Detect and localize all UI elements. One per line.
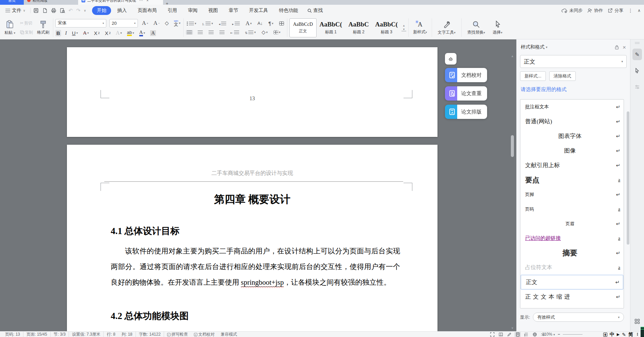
distribute-button[interactable]: ⇤: [229, 29, 240, 35]
document-page-13[interactable]: 13: [67, 47, 437, 137]
tab-document[interactable]: W 二手车交易平台的设计与实现 ⋯ ×: [78, 0, 163, 5]
style-item[interactable]: 普通(网站)↵: [520, 114, 624, 129]
char-shading-button[interactable]: A: [149, 30, 157, 36]
scrollbar-thumb[interactable]: [511, 135, 514, 157]
tab-more-icon[interactable]: ⋯: [139, 0, 143, 3]
sort-button[interactable]: A↓: [256, 20, 264, 26]
ribbon-tab-devtools[interactable]: 开发工具: [244, 6, 273, 15]
assistant-collapse-button[interactable]: [445, 53, 457, 65]
collaborate-button[interactable]: 协作: [587, 7, 603, 14]
style-item[interactable]: 图表字体↵: [520, 129, 624, 143]
zoom-out-button[interactable]: −: [558, 332, 560, 337]
align-left-button[interactable]: [186, 30, 193, 35]
tab-docer[interactable]: 稻壳阅读: [24, 0, 78, 5]
file-menu-button[interactable]: 文件 ∨: [3, 7, 28, 14]
document-area[interactable]: 13 二手车商城交易平台的设计与实现 第四章 概要设计 4.1 总体设计目标 该…: [0, 39, 516, 331]
edit-pen-button[interactable]: ✎: [632, 49, 642, 60]
print-button[interactable]: [51, 8, 56, 13]
style-item[interactable]: 页码a: [520, 202, 624, 216]
style-item[interactable]: 正文文本缩进↵: [520, 289, 624, 304]
fullscreen-view-icon[interactable]: [489, 332, 495, 337]
ribbon-tab-references[interactable]: 引用: [163, 6, 182, 15]
font-size-combo[interactable]: 20▾: [109, 19, 138, 28]
highlight-color-button[interactable]: ab▾: [126, 30, 135, 36]
font-name-combo[interactable]: 宋体▾: [55, 19, 106, 28]
style-item[interactable]: 文献引用上标↵: [520, 158, 624, 173]
gallery-more-icon[interactable]: ▼: [401, 28, 406, 31]
close-icon[interactable]: ×: [623, 45, 626, 50]
workspace-grid-button[interactable]: [634, 319, 640, 325]
document-scrollbar[interactable]: ▲ ▼: [510, 39, 515, 331]
justify-button[interactable]: [218, 30, 226, 35]
find-replace-button[interactable]: 查找替换▾: [464, 18, 489, 38]
zoom-level[interactable]: 110% ▾: [542, 332, 555, 337]
decrease-font-button[interactable]: A−: [153, 20, 161, 26]
bold-button[interactable]: B: [55, 30, 61, 36]
zoom-slider[interactable]: [563, 334, 583, 335]
style-item[interactable]: 要点a: [520, 173, 624, 187]
ime-more-icon[interactable]: ⋮: [636, 332, 639, 337]
paper-plagiarism-button[interactable]: 论文查重: [445, 86, 487, 101]
style-item[interactable]: 页脚↵: [520, 187, 624, 202]
new-style-button[interactable]: ✳A 新样式▾: [411, 18, 430, 38]
style-heading1[interactable]: AaBbC( 标题 1: [317, 18, 344, 37]
print-preview-button[interactable]: [60, 8, 65, 13]
scroll-up-icon[interactable]: ▲: [511, 54, 514, 58]
scroll-down-icon[interactable]: ▼: [511, 326, 514, 330]
borders-button[interactable]: ▾: [272, 30, 282, 35]
share-button[interactable]: 分享: [608, 7, 623, 14]
style-item[interactable]: 图像↵: [520, 143, 624, 158]
style-item[interactable]: 已访问的超链接a: [520, 231, 624, 246]
align-center-button[interactable]: [197, 30, 204, 35]
status-word-count[interactable]: 字数: 14122: [136, 332, 164, 337]
style-item[interactable]: 占位符文本a: [520, 260, 624, 275]
decrease-indent-button[interactable]: ◂: [218, 20, 228, 26]
sync-status-button[interactable]: 未同步: [561, 7, 583, 14]
bullet-list-button[interactable]: ▾: [186, 21, 197, 26]
status-setting[interactable]: 设置值: 7.3厘米: [69, 332, 104, 337]
tab-home[interactable]: 首页: [0, 0, 24, 5]
style-heading3[interactable]: AaBbC( 标题 3: [373, 18, 400, 37]
numbered-list-button[interactable]: 1.▾: [201, 20, 214, 26]
pin-lock-icon[interactable]: [614, 45, 619, 50]
insert-table-button[interactable]: [278, 21, 285, 26]
ime-pen-icon[interactable]: ✎: [622, 332, 626, 337]
more-menu-icon[interactable]: ⋮: [628, 8, 633, 13]
page-view-icon[interactable]: [515, 332, 521, 337]
style-item[interactable]: 摘要↵: [520, 246, 624, 260]
italic-button[interactable]: I: [64, 30, 68, 36]
outline-view-icon[interactable]: [523, 332, 529, 337]
read-mode-icon[interactable]: [498, 332, 504, 337]
style-item[interactable]: 批注框文本↵: [520, 100, 624, 114]
style-list-scrollbar[interactable]: [627, 111, 629, 245]
ribbon-tab-special[interactable]: 特色功能: [274, 6, 303, 15]
underline-button[interactable]: U▾: [71, 30, 79, 36]
web-view-icon[interactable]: [532, 332, 538, 337]
copy-button[interactable]: 复制: [19, 29, 34, 36]
ribbon-tab-page-layout[interactable]: 页面布局: [133, 6, 161, 15]
char-scale-button[interactable]: A▾: [245, 20, 253, 27]
paper-typeset-button[interactable]: A 论文排版: [445, 105, 487, 119]
ime-simp-icon[interactable]: 简: [628, 332, 633, 337]
paste-button[interactable]: 粘贴 ▾: [2, 18, 18, 38]
font-color-button[interactable]: A▾: [138, 30, 146, 37]
status-page-count[interactable]: 页面: 15/45: [23, 332, 51, 337]
line-spacing-button[interactable]: ⇅▾: [244, 29, 257, 35]
dropdown-arrow-icon[interactable]: ▾: [546, 46, 548, 49]
clear-format-panel-button[interactable]: 清除格式: [549, 71, 576, 81]
collapse-ribbon-icon[interactable]: ∧: [638, 8, 641, 13]
cut-button[interactable]: ✂ 剪切: [19, 20, 34, 26]
tab-close-icon[interactable]: ×: [146, 0, 148, 2]
select-cursor-button[interactable]: [632, 65, 642, 76]
gallery-up-icon[interactable]: ▲: [401, 24, 406, 27]
ime-cursor-icon[interactable]: ▶: [617, 332, 620, 337]
format-painter-button[interactable]: 格式刷: [35, 18, 51, 38]
ribbon-tab-home[interactable]: 开始: [92, 6, 111, 15]
doc-proofread-button[interactable]: 文档校对: [445, 68, 487, 82]
increase-indent-button[interactable]: ▸: [231, 20, 241, 26]
ribbon-tab-review[interactable]: 审阅: [183, 6, 202, 15]
save-button[interactable]: [33, 8, 39, 13]
ribbon-tab-section[interactable]: 章节: [224, 6, 243, 15]
style-heading2[interactable]: AaBbC 标题 2: [345, 18, 372, 37]
compat-mode-status[interactable]: 兼容模式: [218, 332, 240, 337]
